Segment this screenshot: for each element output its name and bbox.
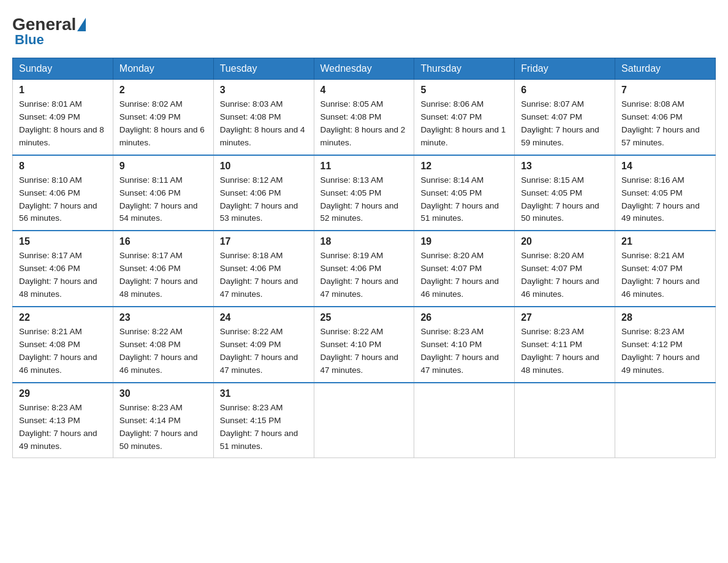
sunrise-label: Sunrise: 8:22 AM [119,327,183,336]
sunrise-label: Sunrise: 8:18 AM [220,251,283,260]
day-info: Sunrise: 8:13 AM Sunset: 4:05 PM Dayligh… [320,174,408,226]
sunrise-label: Sunrise: 8:12 AM [220,175,283,185]
daylight-label: Daylight: 7 hours and 47 minutes. [320,353,399,375]
sunset-label: Sunset: 4:08 PM [119,340,181,349]
calendar-cell: 5 Sunrise: 8:06 AM Sunset: 4:07 PM Dayli… [414,80,515,155]
calendar-cell: 7 Sunrise: 8:08 AM Sunset: 4:06 PM Dayli… [615,80,716,155]
sunset-label: Sunset: 4:10 PM [420,340,482,349]
sunset-label: Sunset: 4:15 PM [220,416,281,425]
sunrise-label: Sunrise: 8:23 AM [19,403,82,412]
day-info: Sunrise: 8:07 AM Sunset: 4:07 PM Dayligh… [521,98,609,150]
daylight-label: Daylight: 7 hours and 48 minutes. [119,277,198,299]
sunset-label: Sunset: 4:06 PM [19,264,80,273]
sunset-label: Sunset: 4:09 PM [19,112,80,121]
day-info: Sunrise: 8:20 AM Sunset: 4:07 PM Dayligh… [521,250,609,301]
calendar-week-row: 8 Sunrise: 8:10 AM Sunset: 4:06 PM Dayli… [13,155,716,231]
weekday-header-monday: Monday [113,58,213,80]
sunrise-label: Sunrise: 8:19 AM [320,251,384,260]
daylight-label: Daylight: 7 hours and 46 minutes. [420,277,499,299]
day-number: 29 [19,388,107,399]
day-info: Sunrise: 8:19 AM Sunset: 4:06 PM Dayligh… [320,250,408,301]
logo-triangle-icon [77,18,86,31]
calendar-week-row: 15 Sunrise: 8:17 AM Sunset: 4:06 PM Dayl… [13,231,716,307]
daylight-label: Daylight: 7 hours and 49 minutes. [19,429,97,451]
day-info: Sunrise: 8:21 AM Sunset: 4:08 PM Dayligh… [19,326,107,377]
sunset-label: Sunset: 4:14 PM [119,416,181,425]
day-number: 26 [420,312,508,323]
day-info: Sunrise: 8:03 AM Sunset: 4:08 PM Dayligh… [220,98,308,150]
sunrise-label: Sunrise: 8:17 AM [119,251,183,260]
day-info: Sunrise: 8:10 AM Sunset: 4:06 PM Dayligh… [19,174,107,226]
day-info: Sunrise: 8:02 AM Sunset: 4:09 PM Dayligh… [119,98,207,150]
daylight-label: Daylight: 7 hours and 48 minutes. [19,277,97,299]
daylight-label: Daylight: 7 hours and 47 minutes. [420,353,499,375]
daylight-label: Daylight: 7 hours and 49 minutes. [621,201,700,223]
calendar-cell: 16 Sunrise: 8:17 AM Sunset: 4:06 PM Dayl… [113,231,213,307]
calendar-cell: 4 Sunrise: 8:05 AM Sunset: 4:08 PM Dayli… [314,80,414,155]
sunrise-label: Sunrise: 8:22 AM [320,327,384,336]
sunset-label: Sunset: 4:08 PM [320,112,382,121]
day-info: Sunrise: 8:01 AM Sunset: 4:09 PM Dayligh… [19,98,107,150]
sunrise-label: Sunrise: 8:20 AM [420,251,483,260]
day-info: Sunrise: 8:23 AM Sunset: 4:12 PM Dayligh… [621,326,709,377]
day-number: 24 [220,312,308,323]
daylight-label: Daylight: 7 hours and 49 minutes. [621,353,700,375]
calendar-cell: 14 Sunrise: 8:16 AM Sunset: 4:05 PM Dayl… [615,155,716,231]
calendar-cell: 11 Sunrise: 8:13 AM Sunset: 4:05 PM Dayl… [314,155,414,231]
sunrise-label: Sunrise: 8:15 AM [521,175,584,185]
day-info: Sunrise: 8:08 AM Sunset: 4:06 PM Dayligh… [621,98,709,150]
sunrise-label: Sunrise: 8:21 AM [621,251,684,260]
day-number: 2 [119,85,207,96]
calendar-cell: 1 Sunrise: 8:01 AM Sunset: 4:09 PM Dayli… [13,80,113,155]
day-info: Sunrise: 8:12 AM Sunset: 4:06 PM Dayligh… [220,174,308,226]
sunrise-label: Sunrise: 8:16 AM [621,175,684,185]
daylight-label: Daylight: 8 hours and 6 minutes. [119,125,205,147]
daylight-label: Daylight: 7 hours and 52 minutes. [320,201,399,223]
daylight-label: Daylight: 7 hours and 50 minutes. [119,429,198,451]
daylight-label: Daylight: 7 hours and 47 minutes. [220,353,298,375]
sunset-label: Sunset: 4:06 PM [621,112,683,121]
day-number: 15 [19,236,107,247]
day-number: 20 [521,236,609,247]
daylight-label: Daylight: 8 hours and 8 minutes. [19,125,104,147]
daylight-label: Daylight: 7 hours and 53 minutes. [220,201,298,223]
day-info: Sunrise: 8:16 AM Sunset: 4:05 PM Dayligh… [621,174,709,226]
sunrise-label: Sunrise: 8:17 AM [19,251,82,260]
calendar-cell: 27 Sunrise: 8:23 AM Sunset: 4:11 PM Dayl… [515,307,615,383]
daylight-label: Daylight: 7 hours and 47 minutes. [220,277,298,299]
day-info: Sunrise: 8:23 AM Sunset: 4:14 PM Dayligh… [119,402,207,453]
calendar-cell: 24 Sunrise: 8:22 AM Sunset: 4:09 PM Dayl… [213,307,314,383]
sunset-label: Sunset: 4:07 PM [420,112,482,121]
calendar-cell: 17 Sunrise: 8:18 AM Sunset: 4:06 PM Dayl… [213,231,314,307]
day-info: Sunrise: 8:18 AM Sunset: 4:06 PM Dayligh… [220,250,308,301]
sunset-label: Sunset: 4:05 PM [320,188,382,197]
sunrise-label: Sunrise: 8:21 AM [19,327,82,336]
day-number: 7 [621,85,709,96]
sunset-label: Sunset: 4:12 PM [621,340,683,349]
day-number: 5 [420,85,508,96]
sunset-label: Sunset: 4:06 PM [19,188,80,197]
sunset-label: Sunset: 4:08 PM [19,340,80,349]
calendar-cell: 29 Sunrise: 8:23 AM Sunset: 4:13 PM Dayl… [13,383,113,458]
page-header: General Blue [12,12,716,48]
sunrise-label: Sunrise: 8:05 AM [320,99,384,109]
calendar-cell: 21 Sunrise: 8:21 AM Sunset: 4:07 PM Dayl… [615,231,716,307]
weekday-header-friday: Friday [515,58,615,80]
day-number: 28 [621,312,709,323]
sunrise-label: Sunrise: 8:03 AM [220,99,283,109]
sunset-label: Sunset: 4:06 PM [320,264,382,273]
day-info: Sunrise: 8:22 AM Sunset: 4:10 PM Dayligh… [320,326,408,377]
day-number: 16 [119,236,207,247]
weekday-header-wednesday: Wednesday [314,58,414,80]
day-info: Sunrise: 8:23 AM Sunset: 4:15 PM Dayligh… [220,402,308,453]
daylight-label: Daylight: 8 hours and 4 minutes. [220,125,305,147]
calendar-cell: 22 Sunrise: 8:21 AM Sunset: 4:08 PM Dayl… [13,307,113,383]
calendar-cell: 26 Sunrise: 8:23 AM Sunset: 4:10 PM Dayl… [414,307,515,383]
sunset-label: Sunset: 4:06 PM [220,188,281,197]
sunrise-label: Sunrise: 8:23 AM [621,327,684,336]
sunset-label: Sunset: 4:09 PM [220,340,281,349]
sunrise-label: Sunrise: 8:20 AM [521,251,584,260]
day-info: Sunrise: 8:15 AM Sunset: 4:05 PM Dayligh… [521,174,609,226]
calendar-cell: 31 Sunrise: 8:23 AM Sunset: 4:15 PM Dayl… [213,383,314,458]
sunrise-label: Sunrise: 8:01 AM [19,99,82,109]
